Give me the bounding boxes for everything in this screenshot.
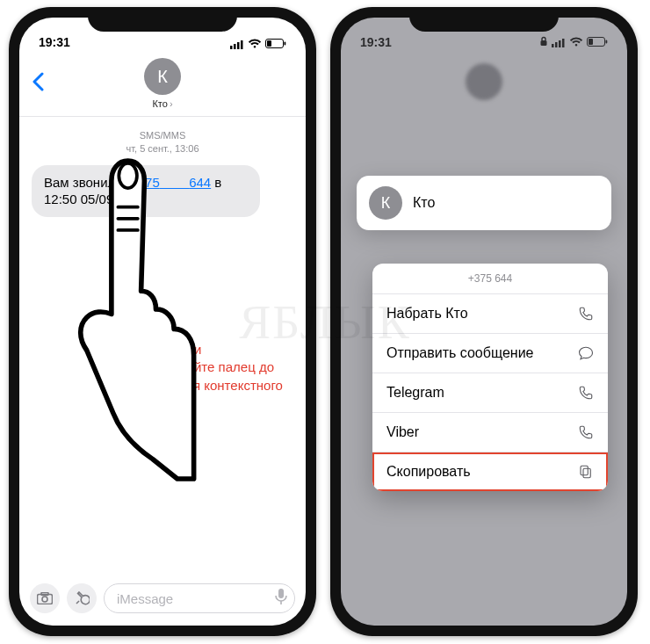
phone-left: 19:31 К Кто › bbox=[9, 7, 316, 636]
battery-icon bbox=[587, 37, 608, 47]
context-item-label: Telegram bbox=[386, 385, 444, 401]
svg-rect-1 bbox=[234, 44, 236, 49]
context-item-3[interactable]: Viber bbox=[372, 413, 608, 452]
svg-point-9 bbox=[42, 597, 47, 602]
svg-rect-19 bbox=[606, 40, 608, 44]
svg-rect-15 bbox=[555, 42, 558, 47]
contact-name-row[interactable]: Кто › bbox=[152, 98, 172, 109]
phone-icon bbox=[578, 385, 594, 401]
signal-icon bbox=[230, 40, 244, 49]
instruction-text: Нажмите и удерживайте палец до появления… bbox=[135, 341, 283, 412]
context-menu-phone: +375 644 bbox=[372, 264, 608, 294]
notch bbox=[409, 7, 559, 32]
avatar-letter: К bbox=[157, 67, 168, 87]
svg-rect-3 bbox=[241, 40, 243, 49]
mic-icon[interactable] bbox=[275, 588, 287, 610]
contact-avatar[interactable]: К bbox=[144, 58, 181, 95]
contact-name: Кто bbox=[152, 98, 167, 109]
message-bubble[interactable]: Вам звонили: +375​ 644 в 12:50 05/09. bbox=[32, 165, 260, 217]
svg-rect-0 bbox=[230, 46, 233, 49]
phone-link[interactable]: +375​ 644 bbox=[130, 175, 211, 190]
chevron-right-icon: › bbox=[170, 98, 173, 109]
wifi-icon bbox=[569, 37, 583, 47]
apps-button[interactable] bbox=[67, 583, 97, 613]
context-item-4[interactable]: Скопировать bbox=[372, 452, 608, 491]
svg-rect-16 bbox=[559, 40, 561, 47]
svg-rect-17 bbox=[562, 39, 565, 47]
svg-rect-21 bbox=[583, 468, 590, 478]
message-icon bbox=[578, 345, 594, 361]
svg-rect-11 bbox=[278, 589, 284, 598]
context-item-label: Скопировать bbox=[386, 464, 471, 480]
blurred-avatar bbox=[466, 63, 502, 100]
messages-header: К Кто › bbox=[19, 53, 306, 117]
compose-input[interactable]: iMessage bbox=[104, 583, 295, 613]
lock-icon bbox=[539, 35, 548, 49]
status-time: 19:31 bbox=[39, 35, 70, 49]
contact-avatar: К bbox=[369, 186, 402, 220]
context-item-label: Набрать Кто bbox=[386, 306, 468, 322]
context-item-0[interactable]: Набрать Кто bbox=[372, 294, 608, 334]
context-item-2[interactable]: Telegram bbox=[372, 373, 608, 413]
signal-icon bbox=[552, 38, 566, 47]
status-icons bbox=[539, 35, 608, 49]
contact-name: Кто bbox=[413, 195, 435, 211]
svg-rect-14 bbox=[552, 44, 554, 47]
back-button[interactable] bbox=[32, 72, 58, 95]
camera-button[interactable] bbox=[30, 583, 60, 613]
copy-icon bbox=[578, 464, 594, 480]
notch bbox=[88, 7, 237, 32]
battery-icon bbox=[265, 39, 286, 49]
svg-rect-6 bbox=[267, 40, 271, 47]
context-item-label: Viber bbox=[386, 424, 419, 440]
status-time: 19:31 bbox=[360, 35, 392, 49]
compose-bar: iMessage bbox=[19, 583, 306, 613]
phone-right: 19:31 К Кто +375 644 Набрать КтоОтправит… bbox=[330, 7, 638, 636]
svg-rect-13 bbox=[541, 40, 547, 46]
context-menu: +375 644 Набрать КтоОтправить сообщениеT… bbox=[372, 264, 608, 491]
svg-rect-5 bbox=[285, 42, 286, 46]
phone-icon bbox=[578, 424, 594, 440]
svg-rect-22 bbox=[581, 466, 588, 475]
bubble-text-prefix: Вам звонили: bbox=[44, 175, 130, 190]
sms-meta: SMS/MMS чт, 5 сент., 13:06 bbox=[19, 129, 306, 156]
context-item-label: Отправить сообщение bbox=[386, 345, 533, 361]
contact-card[interactable]: К Кто bbox=[357, 176, 611, 230]
context-item-1[interactable]: Отправить сообщение bbox=[372, 334, 608, 373]
sms-label: SMS/MMS bbox=[19, 129, 306, 142]
compose-placeholder: iMessage bbox=[117, 591, 173, 606]
svg-rect-2 bbox=[237, 42, 240, 49]
wifi-icon bbox=[248, 39, 262, 49]
sms-date: чт, 5 сент., 13:06 bbox=[19, 142, 306, 156]
status-icons bbox=[230, 39, 286, 49]
phone-icon bbox=[578, 306, 594, 322]
svg-rect-20 bbox=[589, 39, 593, 45]
